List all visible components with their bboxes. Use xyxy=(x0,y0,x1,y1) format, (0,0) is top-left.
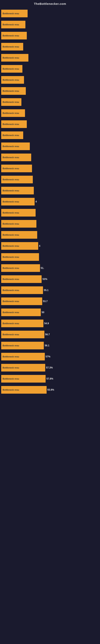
bar-cell: Bottleneck resu50 xyxy=(1,308,99,316)
bar-cell: Bottleneck resu51. xyxy=(1,264,99,272)
table-row: Bottleneck resu xyxy=(1,52,99,63)
bar-label: Bottleneck resu xyxy=(2,245,20,247)
bar-label: Bottleneck resu xyxy=(2,289,20,292)
table-row: Bottleneck resu xyxy=(1,152,99,162)
bar-cell: Bottleneck resu xyxy=(1,187,99,194)
bar-label: Bottleneck resu xyxy=(2,234,20,236)
bar-label: Bottleneck resu xyxy=(2,190,20,192)
bar-label: Bottleneck resu xyxy=(2,366,20,369)
bar-cell: Bottleneck resu56.1 xyxy=(1,342,99,349)
bar-cell: Bottleneck resu4 xyxy=(1,242,99,250)
bar-cell: Bottleneck resu xyxy=(1,109,99,117)
bar-label: Bottleneck resu xyxy=(2,134,20,136)
bar-label: Bottleneck resu xyxy=(2,68,20,70)
bar-value: 53% xyxy=(42,278,47,280)
bar-value: 55.1 xyxy=(44,289,49,292)
bar-cell: Bottleneck resu xyxy=(1,65,99,73)
bar-label: Bottleneck resu xyxy=(2,344,20,347)
bar: Bottleneck resu xyxy=(1,120,27,128)
bar-label: Bottleneck resu xyxy=(2,12,20,15)
bar-value: 50 xyxy=(42,311,44,314)
bar: Bottleneck resu xyxy=(1,231,37,239)
bar-value: 54.9 xyxy=(44,322,49,325)
bar-cell: Bottleneck resu xyxy=(1,32,99,40)
bar: Bottleneck resu xyxy=(1,209,36,216)
table-row: Bottleneck resu4 xyxy=(1,241,99,251)
bar: Bottleneck resu xyxy=(1,342,44,349)
bar-value: 4 xyxy=(35,200,37,203)
table-row: Bottleneck resu53% xyxy=(1,274,99,284)
bar: Bottleneck resu xyxy=(1,87,26,95)
bar-cell: Bottleneck resu xyxy=(1,164,99,172)
bar: Bottleneck resu xyxy=(1,364,45,372)
bar-label: Bottleneck resu xyxy=(2,90,20,92)
bar: Bottleneck resu xyxy=(1,98,21,106)
bar-label: Bottleneck resu xyxy=(2,178,20,181)
bar-label: Bottleneck resu xyxy=(2,200,20,203)
bar-value: 56.1 xyxy=(45,344,49,347)
bar-cell: Bottleneck resu57.3% xyxy=(1,364,99,372)
bar: Bottleneck resu xyxy=(1,242,38,250)
bar-label: Bottleneck resu xyxy=(2,56,20,59)
table-row: Bottleneck resu57.3% xyxy=(1,362,99,373)
bar-cell: Bottleneck resu xyxy=(1,253,99,261)
bar: Bottleneck resu xyxy=(1,253,39,261)
table-row: Bottleneck resu57.8% xyxy=(1,374,99,384)
bar: Bottleneck resu xyxy=(1,187,34,194)
bar-value: 53.7 xyxy=(43,300,48,303)
table-row: Bottleneck resu xyxy=(1,185,99,196)
bar: Bottleneck resu xyxy=(1,109,25,117)
bar: Bottleneck resu xyxy=(1,320,43,327)
bar-label: Bottleneck resu xyxy=(2,322,20,324)
table-row: Bottleneck resu xyxy=(1,42,99,52)
bar-label: Bottleneck resu xyxy=(2,278,20,280)
bar: Bottleneck resu xyxy=(1,176,33,183)
bar-value: 57% xyxy=(46,355,50,358)
bar-cell: Bottleneck resu xyxy=(1,43,99,50)
bar-cell: Bottleneck resu xyxy=(1,231,99,239)
bar-label: Bottleneck resu xyxy=(2,123,20,126)
bar-cell: Bottleneck resu53.7 xyxy=(1,298,99,305)
bar: Bottleneck resu xyxy=(1,164,32,172)
bar-cell: Bottleneck resu xyxy=(1,154,99,161)
bar-label: Bottleneck resu xyxy=(2,23,20,26)
bar-label: Bottleneck resu xyxy=(2,46,20,48)
bar: Bottleneck resu xyxy=(1,220,36,228)
bar: Bottleneck resu xyxy=(1,142,30,150)
bar: Bottleneck resu xyxy=(1,298,42,305)
bar-label: Bottleneck resu xyxy=(2,79,20,81)
bar-value: 51. xyxy=(41,267,44,270)
bar-cell: Bottleneck resu xyxy=(1,120,99,128)
rows-container: Bottleneck resuBottleneck resuBottleneck… xyxy=(0,7,100,396)
bar: Bottleneck resu xyxy=(1,308,41,316)
table-row: Bottleneck resu53.7 xyxy=(1,296,99,306)
bar: Bottleneck resu xyxy=(1,264,40,272)
bar-label: Bottleneck resu xyxy=(2,311,20,314)
bar-cell: Bottleneck resu xyxy=(1,98,99,106)
bar-label: Bottleneck resu xyxy=(2,167,20,170)
table-row: Bottleneck resu xyxy=(1,108,99,118)
bar: Bottleneck resu xyxy=(1,375,46,382)
table-row: Bottleneck resu xyxy=(1,8,99,19)
bar-label: Bottleneck resu xyxy=(2,256,20,258)
table-row: Bottleneck resu xyxy=(1,19,99,30)
table-row: Bottleneck resu xyxy=(1,97,99,107)
bar-label: Bottleneck resu xyxy=(2,267,20,269)
bar-cell: Bottleneck resu54.9 xyxy=(1,320,99,327)
table-row: Bottleneck resu56.1 xyxy=(1,340,99,351)
table-row: Bottleneck resu54.9 xyxy=(1,318,99,329)
bar: Bottleneck resu xyxy=(1,198,35,206)
bar-cell: Bottleneck resu53% xyxy=(1,275,99,283)
bar: Bottleneck resu xyxy=(1,331,44,338)
bar-cell: Bottleneck resu xyxy=(1,10,99,17)
table-row: Bottleneck resu57% xyxy=(1,352,99,362)
table-row: Bottleneck resu55.9% xyxy=(1,384,99,395)
table-row: Bottleneck resu xyxy=(1,230,99,240)
table-row: Bottleneck resu xyxy=(1,208,99,218)
bar-cell: Bottleneck resu xyxy=(1,87,99,95)
bar-value: 57.3% xyxy=(46,366,53,369)
bar-cell: Bottleneck resu57.8% xyxy=(1,375,99,382)
bar: Bottleneck resu xyxy=(1,21,25,28)
bar-cell: Bottleneck resu xyxy=(1,21,99,28)
table-row: Bottleneck resu xyxy=(1,119,99,130)
